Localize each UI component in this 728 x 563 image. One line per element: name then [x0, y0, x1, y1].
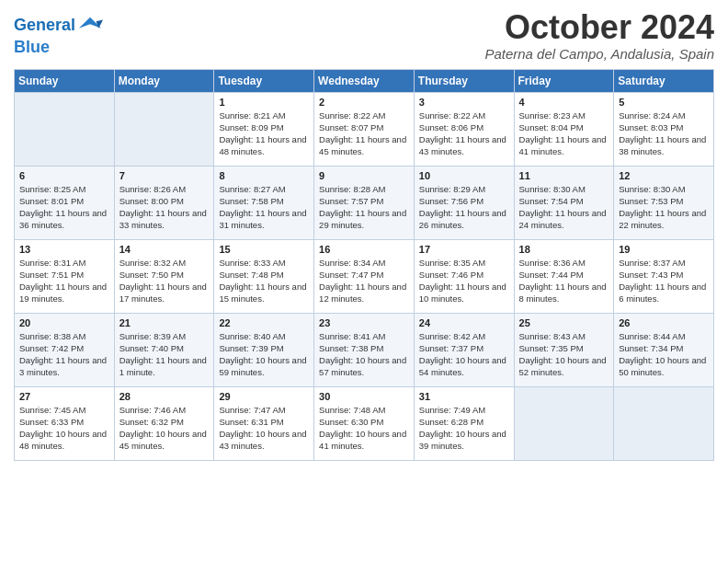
day-number: 26 — [619, 317, 709, 328]
day-number: 11 — [519, 170, 609, 181]
day-number: 20 — [19, 317, 109, 328]
day-info: Sunrise: 7:47 AM Sunset: 6:31 PM Dayligh… — [219, 404, 309, 453]
calendar-week-row: 13Sunrise: 8:31 AM Sunset: 7:51 PM Dayli… — [15, 239, 714, 313]
day-number: 21 — [119, 317, 210, 328]
calendar-cell: 1Sunrise: 8:21 AM Sunset: 8:09 PM Daylig… — [214, 92, 314, 166]
day-number: 13 — [19, 244, 109, 255]
calendar-week-row: 6Sunrise: 8:25 AM Sunset: 8:01 PM Daylig… — [15, 166, 714, 239]
day-info: Sunrise: 8:21 AM Sunset: 8:09 PM Dayligh… — [219, 109, 309, 158]
day-number: 25 — [519, 317, 609, 328]
calendar-cell: 31Sunrise: 7:49 AM Sunset: 6:28 PM Dayli… — [414, 386, 514, 460]
calendar-cell: 7Sunrise: 8:26 AM Sunset: 8:00 PM Daylig… — [114, 166, 214, 239]
day-info: Sunrise: 8:44 AM Sunset: 7:34 PM Dayligh… — [619, 330, 709, 379]
calendar-cell: 23Sunrise: 8:41 AM Sunset: 7:38 PM Dayli… — [314, 313, 415, 386]
calendar-cell: 5Sunrise: 8:24 AM Sunset: 8:03 PM Daylig… — [614, 92, 714, 166]
calendar-cell: 26Sunrise: 8:44 AM Sunset: 7:34 PM Dayli… — [614, 313, 714, 386]
calendar-cell: 21Sunrise: 8:39 AM Sunset: 7:40 PM Dayli… — [114, 313, 214, 386]
calendar-cell: 13Sunrise: 8:31 AM Sunset: 7:51 PM Dayli… — [15, 239, 115, 313]
day-info: Sunrise: 8:30 AM Sunset: 7:54 PM Dayligh… — [519, 183, 609, 232]
logo-line2: Blue — [14, 39, 103, 57]
day-info: Sunrise: 8:32 AM Sunset: 7:50 PM Dayligh… — [119, 257, 210, 305]
day-info: Sunrise: 8:24 AM Sunset: 8:03 PM Dayligh… — [619, 109, 709, 158]
day-info: Sunrise: 8:31 AM Sunset: 7:51 PM Dayligh… — [19, 257, 109, 305]
calendar-cell: 17Sunrise: 8:35 AM Sunset: 7:46 PM Dayli… — [414, 239, 514, 313]
calendar-cell: 29Sunrise: 7:47 AM Sunset: 6:31 PM Dayli… — [214, 386, 314, 460]
day-info: Sunrise: 8:27 AM Sunset: 7:58 PM Dayligh… — [219, 183, 309, 232]
day-info: Sunrise: 8:35 AM Sunset: 7:46 PM Dayligh… — [419, 257, 509, 305]
day-number: 23 — [319, 317, 409, 328]
calendar-cell: 20Sunrise: 8:38 AM Sunset: 7:42 PM Dayli… — [15, 313, 115, 386]
day-header-tuesday: Tuesday — [214, 69, 314, 92]
day-number: 12 — [619, 170, 709, 181]
logo-bird-icon — [77, 13, 103, 39]
calendar-cell — [614, 386, 714, 460]
calendar-cell: 25Sunrise: 8:43 AM Sunset: 7:35 PM Dayli… — [514, 313, 614, 386]
day-number: 24 — [419, 317, 509, 328]
calendar-cell: 6Sunrise: 8:25 AM Sunset: 8:01 PM Daylig… — [15, 166, 115, 239]
day-info: Sunrise: 8:22 AM Sunset: 8:07 PM Dayligh… — [319, 109, 409, 158]
day-number: 28 — [119, 391, 210, 402]
calendar-cell: 3Sunrise: 8:22 AM Sunset: 8:06 PM Daylig… — [414, 92, 514, 166]
day-info: Sunrise: 8:40 AM Sunset: 7:39 PM Dayligh… — [219, 330, 309, 379]
day-number: 10 — [419, 170, 509, 181]
calendar-cell: 12Sunrise: 8:30 AM Sunset: 7:53 PM Dayli… — [614, 166, 714, 239]
day-info: Sunrise: 7:46 AM Sunset: 6:32 PM Dayligh… — [119, 404, 210, 453]
calendar-week-row: 27Sunrise: 7:45 AM Sunset: 6:33 PM Dayli… — [15, 386, 714, 460]
day-number: 14 — [119, 244, 210, 255]
day-header-sunday: Sunday — [15, 69, 115, 92]
calendar-cell: 24Sunrise: 8:42 AM Sunset: 7:37 PM Dayli… — [414, 313, 514, 386]
day-number: 16 — [319, 244, 409, 255]
day-info: Sunrise: 8:26 AM Sunset: 8:00 PM Dayligh… — [119, 183, 210, 232]
calendar-cell — [114, 92, 214, 166]
day-number: 5 — [619, 97, 709, 108]
calendar-cell: 30Sunrise: 7:48 AM Sunset: 6:30 PM Dayli… — [314, 386, 415, 460]
day-info: Sunrise: 8:29 AM Sunset: 7:56 PM Dayligh… — [419, 183, 509, 232]
day-number: 1 — [219, 97, 309, 108]
day-number: 4 — [519, 97, 609, 108]
calendar-cell: 18Sunrise: 8:36 AM Sunset: 7:44 PM Dayli… — [514, 239, 614, 313]
day-number: 19 — [619, 244, 709, 255]
day-header-monday: Monday — [114, 69, 214, 92]
day-info: Sunrise: 8:41 AM Sunset: 7:38 PM Dayligh… — [319, 330, 409, 379]
day-info: Sunrise: 8:34 AM Sunset: 7:47 PM Dayligh… — [319, 257, 409, 305]
day-number: 6 — [19, 170, 109, 181]
day-header-thursday: Thursday — [414, 69, 514, 92]
logo: General Blue — [14, 13, 103, 57]
calendar-header-row: SundayMondayTuesdayWednesdayThursdayFrid… — [15, 69, 714, 92]
calendar-body: 1Sunrise: 8:21 AM Sunset: 8:09 PM Daylig… — [15, 92, 714, 460]
day-number: 9 — [319, 170, 409, 181]
calendar-cell — [15, 92, 115, 166]
calendar-cell: 15Sunrise: 8:33 AM Sunset: 7:48 PM Dayli… — [214, 239, 314, 313]
calendar-cell: 27Sunrise: 7:45 AM Sunset: 6:33 PM Dayli… — [15, 386, 115, 460]
calendar-cell: 10Sunrise: 8:29 AM Sunset: 7:56 PM Dayli… — [414, 166, 514, 239]
day-header-wednesday: Wednesday — [314, 69, 415, 92]
calendar-cell: 4Sunrise: 8:23 AM Sunset: 8:04 PM Daylig… — [514, 92, 614, 166]
day-header-friday: Friday — [514, 69, 614, 92]
calendar-cell: 2Sunrise: 8:22 AM Sunset: 8:07 PM Daylig… — [314, 92, 415, 166]
day-number: 2 — [319, 97, 409, 108]
day-number: 30 — [319, 391, 409, 402]
calendar-table: SundayMondayTuesdayWednesdayThursdayFrid… — [14, 69, 714, 461]
calendar-cell: 9Sunrise: 8:28 AM Sunset: 7:57 PM Daylig… — [314, 166, 415, 239]
calendar-cell — [514, 386, 614, 460]
day-info: Sunrise: 8:37 AM Sunset: 7:43 PM Dayligh… — [619, 257, 709, 305]
day-info: Sunrise: 7:45 AM Sunset: 6:33 PM Dayligh… — [19, 404, 109, 453]
calendar-cell: 14Sunrise: 8:32 AM Sunset: 7:50 PM Dayli… — [114, 239, 214, 313]
day-number: 3 — [419, 97, 509, 108]
day-info: Sunrise: 8:43 AM Sunset: 7:35 PM Dayligh… — [519, 330, 609, 379]
day-info: Sunrise: 7:49 AM Sunset: 6:28 PM Dayligh… — [419, 404, 509, 453]
title-block: October 2024 Paterna del Campo, Andalusi… — [484, 9, 714, 62]
day-info: Sunrise: 8:22 AM Sunset: 8:06 PM Dayligh… — [419, 109, 509, 158]
day-number: 15 — [219, 244, 309, 255]
day-info: Sunrise: 8:30 AM Sunset: 7:53 PM Dayligh… — [619, 183, 709, 232]
day-info: Sunrise: 8:36 AM Sunset: 7:44 PM Dayligh… — [519, 257, 609, 305]
day-info: Sunrise: 8:42 AM Sunset: 7:37 PM Dayligh… — [419, 330, 509, 379]
calendar-cell: 28Sunrise: 7:46 AM Sunset: 6:32 PM Dayli… — [114, 386, 214, 460]
day-header-saturday: Saturday — [614, 69, 714, 92]
day-info: Sunrise: 7:48 AM Sunset: 6:30 PM Dayligh… — [319, 404, 409, 453]
calendar-cell: 22Sunrise: 8:40 AM Sunset: 7:39 PM Dayli… — [214, 313, 314, 386]
page-header: General Blue October 2024 Paterna del Ca… — [14, 9, 714, 62]
calendar-cell: 11Sunrise: 8:30 AM Sunset: 7:54 PM Dayli… — [514, 166, 614, 239]
day-number: 8 — [219, 170, 309, 181]
logo-line1: General — [14, 13, 103, 39]
